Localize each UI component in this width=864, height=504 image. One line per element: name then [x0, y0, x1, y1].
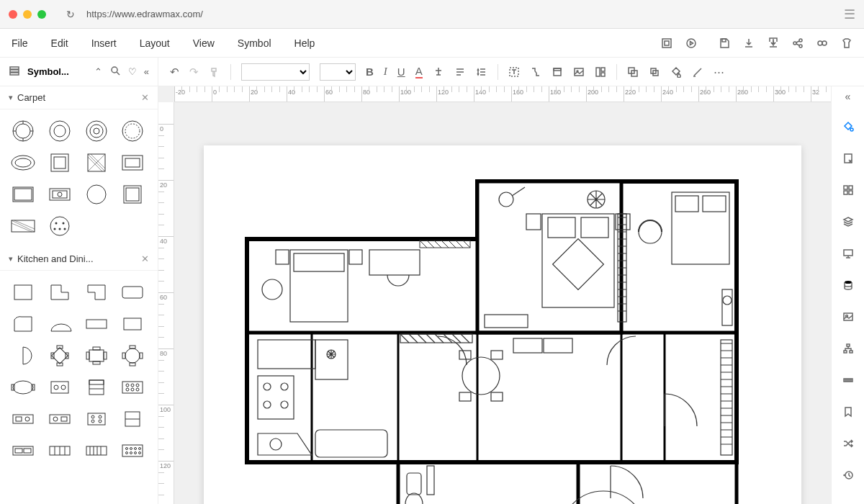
fit-screen-icon[interactable] — [661, 37, 672, 49]
text-tool-icon[interactable] — [508, 66, 520, 78]
carpet-shape[interactable] — [118, 181, 147, 207]
carpet-shape[interactable] — [9, 150, 37, 176]
kitchen-shape[interactable] — [82, 374, 111, 400]
search-icon[interactable] — [109, 65, 121, 78]
image-icon[interactable] — [573, 66, 585, 78]
presentation-panel-icon[interactable] — [838, 243, 858, 264]
share-icon[interactable] — [792, 37, 804, 49]
align-icon[interactable] — [454, 66, 466, 78]
kitchen-shape[interactable] — [9, 374, 37, 400]
menu-edit[interactable]: Edit — [51, 37, 68, 49]
grid-panel-icon[interactable] — [838, 180, 858, 200]
url-bar[interactable]: https://www.edrawmax.com/ — [86, 9, 838, 19]
carpet-shape[interactable] — [9, 181, 37, 207]
group-icon[interactable] — [627, 66, 639, 78]
kitchen-shape[interactable] — [9, 406, 37, 432]
fill-style-icon[interactable] — [838, 117, 858, 137]
menu-file[interactable]: File — [12, 37, 28, 49]
tshirt-icon[interactable] — [841, 37, 852, 49]
kitchen-shape[interactable] — [45, 343, 74, 369]
tree-icon[interactable] — [838, 338, 858, 359]
kitchen-shape[interactable] — [82, 343, 111, 369]
window-minimize[interactable] — [23, 10, 32, 19]
kitchen-shape[interactable] — [82, 311, 111, 337]
history-icon[interactable] — [838, 465, 858, 485]
connector-icon[interactable] — [530, 66, 541, 78]
collapse-up-icon[interactable]: ⌃ — [94, 66, 102, 77]
kitchen-shape[interactable] — [118, 311, 147, 337]
page-settings-icon[interactable] — [838, 148, 858, 168]
redo-icon[interactable]: ↷ — [189, 66, 199, 78]
window-close[interactable] — [9, 10, 17, 19]
kitchen-shape[interactable] — [9, 343, 37, 369]
line-spacing-icon[interactable] — [476, 66, 487, 78]
menu-insert[interactable]: Insert — [91, 37, 117, 49]
highlight-icon[interactable] — [433, 66, 444, 78]
bold-icon[interactable]: B — [366, 66, 374, 78]
carpet-shape[interactable] — [45, 181, 74, 207]
save-icon[interactable] — [719, 37, 730, 49]
fill-icon[interactable] — [670, 66, 682, 78]
download-icon[interactable] — [743, 37, 755, 49]
font-family-select[interactable] — [241, 63, 310, 81]
underline-icon[interactable]: U — [397, 66, 405, 78]
kitchen-shape[interactable] — [9, 438, 37, 464]
kitchen-shape[interactable] — [45, 311, 74, 337]
kitchen-shape[interactable] — [118, 438, 147, 464]
kitchen-shape[interactable] — [82, 438, 111, 464]
browser-menu-icon[interactable]: ☰ — [844, 6, 855, 22]
kitchen-shape[interactable] — [82, 279, 111, 305]
kitchen-shape[interactable] — [9, 311, 37, 337]
dimensions-icon[interactable] — [838, 370, 858, 390]
kitchen-shape[interactable] — [118, 374, 147, 400]
export-icon[interactable] — [768, 37, 779, 49]
collapse-left-icon[interactable]: « — [144, 66, 149, 77]
floorplan-drawing[interactable] — [204, 145, 801, 504]
drawing-page[interactable] — [204, 145, 801, 504]
kitchen-header[interactable]: ▾ Kitchen and Dini... ✕ — [0, 248, 158, 271]
undo-icon[interactable]: ↶ — [170, 66, 179, 78]
picture-panel-icon[interactable] — [838, 307, 858, 327]
shape-container-icon[interactable] — [552, 66, 563, 78]
bookmark-icon[interactable] — [838, 402, 858, 422]
kitchen-shape[interactable] — [45, 279, 74, 305]
line-style-icon[interactable] — [692, 66, 703, 78]
carpet-shape[interactable] — [82, 150, 111, 176]
kitchen-shape[interactable] — [9, 279, 37, 305]
shuffle-icon[interactable] — [838, 433, 858, 454]
carpet-shape[interactable] — [9, 118, 37, 144]
carpet-shape[interactable] — [45, 150, 74, 176]
kitchen-shape[interactable] — [45, 438, 74, 464]
kitchen-shape[interactable] — [45, 406, 74, 432]
play-icon[interactable] — [685, 37, 697, 49]
preview-icon[interactable] — [816, 37, 828, 49]
collapse-right-icon[interactable]: « — [845, 91, 851, 102]
carpet-header[interactable]: ▾ Carpet ✕ — [0, 86, 158, 109]
kitchen-shape[interactable] — [118, 406, 147, 432]
kitchen-shape[interactable] — [118, 343, 147, 369]
close-icon[interactable]: ✕ — [141, 92, 149, 103]
kitchen-shape[interactable] — [45, 374, 74, 400]
carpet-shape[interactable] — [45, 118, 74, 144]
menu-view[interactable]: View — [193, 37, 215, 49]
close-icon[interactable]: ✕ — [141, 253, 149, 264]
kitchen-shape[interactable] — [118, 279, 147, 305]
font-size-select[interactable] — [320, 63, 356, 81]
carpet-shape[interactable] — [9, 213, 37, 239]
carpet-shape[interactable] — [82, 118, 111, 144]
carpet-shape[interactable] — [45, 213, 74, 239]
menu-layout[interactable]: Layout — [140, 37, 170, 49]
menu-symbol[interactable]: Symbol — [238, 37, 271, 49]
data-icon[interactable] — [838, 275, 858, 295]
layers-icon[interactable] — [838, 212, 858, 232]
carpet-shape[interactable] — [118, 118, 147, 144]
carpet-shape[interactable] — [82, 181, 111, 207]
font-color-icon[interactable]: A — [415, 65, 423, 78]
window-maximize[interactable] — [37, 10, 46, 19]
more-icon[interactable]: ⋯ — [714, 66, 724, 78]
layout-icon[interactable] — [595, 66, 606, 78]
italic-icon[interactable]: I — [384, 66, 387, 78]
heart-icon[interactable]: ♡ — [128, 66, 137, 77]
carpet-shape[interactable] — [118, 150, 147, 176]
refresh-icon[interactable]: ↻ — [66, 9, 75, 20]
